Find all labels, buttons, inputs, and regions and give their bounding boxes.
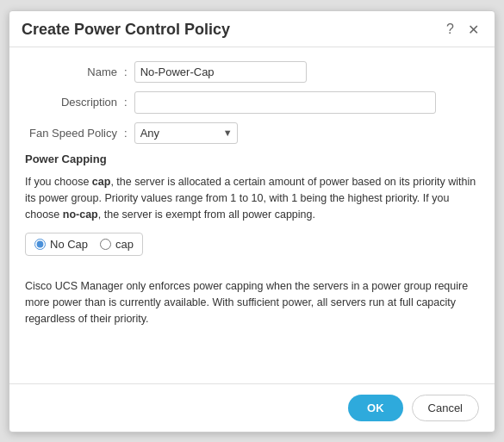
power-capping-title: Power Capping — [25, 153, 479, 165]
power-capping-info-2: Cisco UCS Manager only enforces power ca… — [25, 278, 479, 328]
fan-speed-row: Fan Speed Policy : Any Low Medium High M… — [25, 122, 479, 144]
description-row: Description : — [25, 91, 479, 114]
ok-button[interactable]: OK — [348, 395, 403, 421]
close-button[interactable]: ✕ — [464, 20, 482, 40]
fan-speed-select[interactable]: Any Low Medium High Max — [134, 122, 238, 144]
dialog-body: Name : Description : Fan Speed Policy : … — [9, 47, 495, 383]
description-colon: : — [124, 96, 128, 109]
power-capping-info-1: If you choose cap, the server is allocat… — [25, 174, 479, 224]
fan-speed-colon: : — [124, 127, 128, 140]
radio-no-cap-label: No Cap — [50, 238, 88, 251]
fan-speed-select-wrap: Any Low Medium High Max ▼ — [134, 122, 238, 144]
radio-cap-input[interactable] — [100, 239, 111, 250]
radio-no-cap-option[interactable]: No Cap — [34, 238, 88, 251]
radio-cap-option[interactable]: cap — [100, 238, 134, 251]
name-input[interactable] — [134, 61, 307, 83]
power-capping-radio-group: No Cap cap — [25, 233, 143, 256]
name-colon: : — [124, 65, 128, 78]
radio-no-cap-input[interactable] — [34, 239, 46, 250]
dialog-title: Create Power Control Policy — [22, 21, 230, 39]
radio-cap-label: cap — [115, 238, 134, 251]
description-input[interactable] — [134, 91, 436, 114]
fan-speed-label: Fan Speed Policy — [25, 127, 124, 140]
header-icons: ? ✕ — [443, 20, 482, 40]
create-power-control-policy-dialog: Create Power Control Policy ? ✕ Name : D… — [9, 10, 495, 433]
description-label: Description — [25, 96, 124, 109]
dialog-header: Create Power Control Policy ? ✕ — [9, 11, 495, 47]
dialog-footer: OK Cancel — [9, 383, 495, 432]
name-row: Name : — [25, 61, 479, 83]
help-button[interactable]: ? — [443, 20, 457, 39]
name-label: Name — [25, 65, 124, 78]
cap-bold: cap — [92, 176, 111, 188]
no-cap-bold: no-cap — [63, 209, 98, 221]
cancel-button[interactable]: Cancel — [412, 395, 479, 421]
